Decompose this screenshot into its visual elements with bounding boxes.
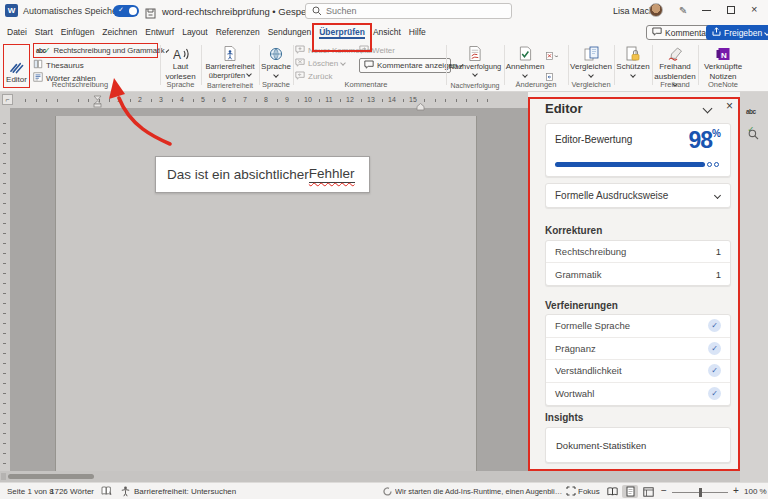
refinement-row-vocabulary[interactable]: Wortwahl ✓ [546,383,730,406]
svg-text:A: A [173,48,181,61]
ruler-ticks [3,114,6,464]
accessibility-doc-icon [224,44,236,61]
close-icon[interactable]: × [726,99,733,113]
word-count-status[interactable]: 1726 Wörter [50,487,94,496]
linked-notes-button[interactable]: N VerknüpfteNotizen [700,44,746,81]
thesaurus-button[interactable]: Thesaurus [33,59,158,71]
pane-title: Editor [545,101,583,116]
chevron-down-icon [246,71,252,77]
zoom-out-button[interactable]: − [661,485,667,496]
document-canvas[interactable]: Das ist ein absichtlicher Fehhler [0,108,528,471]
focus-button[interactable]: Fokus [578,487,600,496]
scrollbar-thumb[interactable] [8,474,94,479]
corrections-card: Rechtschreibung 1 Grammatik 1 [545,240,731,286]
read-mode-icon[interactable] [604,485,620,498]
globe-icon [269,44,283,61]
tab-hilfe[interactable]: Hilfe [407,24,428,40]
word-logo-icon[interactable]: W [5,4,18,17]
avatar[interactable] [649,3,663,17]
compare-button[interactable]: Vergleichen [570,44,612,77]
save-icon[interactable] [145,5,156,23]
refinement-row-clarity[interactable]: Verständlichkeit ✓ [546,360,730,383]
accessibility-person-icon[interactable] [121,486,130,499]
tab-ansicht[interactable]: Ansicht [371,24,403,40]
tracking-button[interactable]: Nachverfolgung [448,44,502,76]
proofing-book-icon[interactable] [101,486,112,498]
reject-icon[interactable] [546,46,558,64]
chevron-down-icon[interactable] [703,104,713,114]
group-separator [201,45,202,85]
horizontal-ruler[interactable]: ⌐ 123456789101112131415 [0,92,528,108]
misspelled-word[interactable]: Fehhler [309,166,355,183]
document-text[interactable]: Das ist ein absichtlicher Fehhler [155,156,370,193]
tone-selector[interactable]: Formelle Ausdrucksweise [545,183,731,208]
page-indicator[interactable]: Seite 1 von 8 [7,487,54,496]
group-comments: Neuer Kommentar Löschen Zurück Weiter [288,42,444,91]
accessibility-check-button[interactable]: Barrierefreiheitüberprüfen [203,44,257,80]
comment-icon [364,60,374,71]
tab-entwurf[interactable]: Entwurf [143,24,176,40]
tab-zeichnen[interactable]: Zeichnen [100,24,139,40]
spelling-grammar-button[interactable]: abc✓ Rechtschreibung und Grammatik [33,43,158,58]
pen-mode-icon[interactable]: ✎ [679,5,687,16]
accessibility-status[interactable]: Barrierefreiheit: Untersuchen [134,487,236,496]
group-compare: Vergleichen Vergleichen [570,42,612,91]
protect-button[interactable]: Schützen [616,44,650,77]
tab-layout[interactable]: Layout [180,24,210,40]
correction-row-grammar[interactable]: Grammatik 1 [546,263,730,285]
tab-start[interactable]: Start [33,24,55,40]
check-badge-icon: ✓ [708,364,721,377]
maximize-button[interactable] [727,6,735,14]
left-indent-marker[interactable] [93,94,102,112]
progress-fill [555,162,705,167]
refinement-row-conciseness[interactable]: Prägnanz ✓ [546,338,730,361]
right-indent-marker[interactable] [416,97,425,115]
language-button[interactable]: Sprache [261,44,291,77]
group-protect: Schützen [616,42,650,91]
zoom-in-button[interactable]: + [733,485,739,496]
group-proofing: Editor abc✓ Rechtschreibung und Grammati… [2,42,158,91]
score-label: Editor-Bewertung [555,134,632,145]
document-statistics-item[interactable]: Dokument-Statistiken [545,427,731,463]
chevron-down-icon [340,60,346,66]
tab-einfuegen[interactable]: Einfügen [59,24,97,40]
right-sidebar: abc✓ [740,92,768,482]
check-badge-icon: ✓ [708,342,721,355]
show-comments-button[interactable]: Kommentare anzeigen [359,58,451,73]
refinements-heading: Verfeinerungen [545,300,618,311]
share-icon [712,27,721,38]
share-button[interactable]: Freigeben [706,25,768,40]
score-progress-bar [555,162,719,167]
zoom-level[interactable]: 100 % [744,487,767,496]
minimize-button[interactable] [702,10,711,11]
web-layout-icon[interactable] [640,485,656,498]
search-box[interactable] [305,3,512,19]
document-page[interactable]: Das ist ein absichtlicher Fehhler [55,116,477,471]
close-button[interactable]: × [751,3,757,15]
focus-icon[interactable] [566,486,576,498]
print-layout-icon[interactable] [622,485,638,498]
next-comment-button[interactable]: Weiter [359,44,451,56]
group-ink: Freihandausblenden Freihand [654,42,696,91]
tab-datei[interactable]: Datei [5,24,29,40]
zoom-slider-thumb[interactable] [699,488,702,497]
user-name[interactable]: Lisa Mack [613,6,654,16]
new-comment-button[interactable]: Neuer Kommentar [295,44,357,56]
search-input[interactable] [326,6,486,16]
vertical-ruler[interactable] [0,108,10,471]
delete-comment-button[interactable]: Löschen [295,57,357,69]
horizontal-scrollbar[interactable] [0,471,740,482]
tab-ueberpruefen[interactable]: Überprüfen [317,24,367,40]
refinement-row-formal[interactable]: Formelle Sprache ✓ [546,315,730,338]
editor-pane: Editor × Editor-Bewertung 98% Formelle A… [528,92,740,482]
group-speech: A Lautvorlesen Sprache [162,42,199,91]
tab-selector[interactable]: ⌐ [2,94,13,105]
tab-sendungen[interactable]: Sendungen [266,24,314,40]
autosave-toggle[interactable]: ✓ [113,5,139,17]
correction-row-spelling[interactable]: Rechtschreibung 1 [546,241,730,263]
tab-referenzen[interactable]: Referenzen [214,24,262,40]
magnifier-icon[interactable] [748,126,759,144]
read-aloud-button[interactable]: A Lautvorlesen [162,44,199,81]
accept-button[interactable]: Annehmen [506,44,544,77]
score-value: 98% [689,127,722,154]
